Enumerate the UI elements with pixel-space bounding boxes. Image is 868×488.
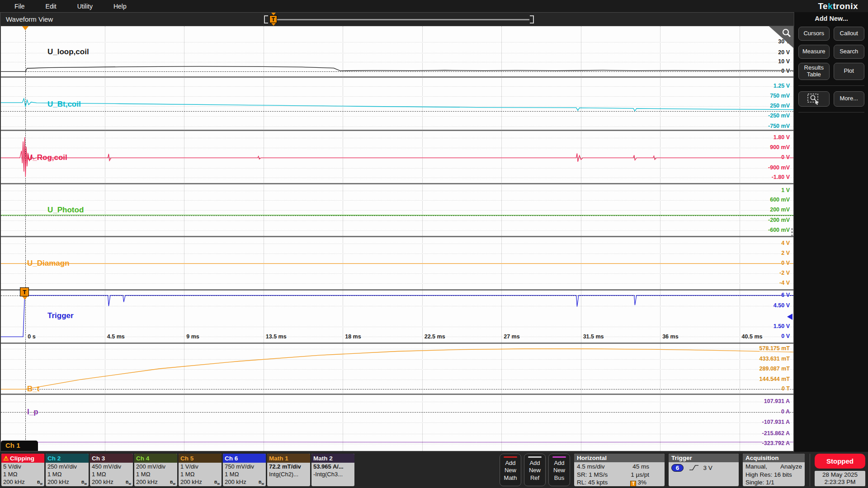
- sidebar-button-search[interactable]: Search: [834, 45, 865, 59]
- time-axis-label: 4.5 ms: [107, 333, 125, 340]
- add-new-math-button[interactable]: AddNewMath: [500, 454, 521, 486]
- warning-icon: ⚠: [3, 455, 9, 462]
- axis-label-c6: 4.50 V: [774, 302, 790, 309]
- axis-label-c3: 900 mV: [770, 144, 790, 150]
- rising-edge-icon: [689, 464, 699, 471]
- bandwidth-icon: Bw: [81, 479, 87, 486]
- axis-label-c2: -250 mV: [768, 113, 790, 119]
- settings-badge-ch6[interactable]: Ch 6750 mV/div1 MΩ200 kHzBw: [223, 454, 266, 486]
- waveform-plot-area[interactable]: 30 V20 V10 V0 VC 120 VU_loop,coil1.25 V7…: [0, 26, 794, 452]
- acquisition-overview-bar[interactable]: T: [264, 14, 534, 24]
- trigger-source-flag-icon[interactable]: T: [20, 287, 29, 296]
- time-axis-label: 36 ms: [662, 333, 678, 340]
- overview-left-bracket: [264, 15, 268, 23]
- horizontal-panel[interactable]: Horizontal 4.5 ms/div45 ms SR: 1 MS/s1 µ…: [574, 454, 665, 486]
- channel-label-c3[interactable]: U_Rog,coil: [27, 153, 67, 162]
- axis-label-c2: 750 mV: [770, 93, 790, 99]
- add-new-ref-button[interactable]: AddNewRef: [524, 454, 546, 486]
- sidebar-button-results-table[interactable]: Results Table: [798, 63, 830, 80]
- axis-label-m1: 578.175 mT: [760, 345, 790, 352]
- channel-label-c4[interactable]: U_Photod: [47, 206, 84, 215]
- settings-badge-ch1[interactable]: ⚠Clipping5 V/div1 MΩ200 kHzBw: [1, 454, 44, 486]
- settings-badge-row: 250 mV/div: [47, 463, 87, 470]
- menu-help[interactable]: Help: [107, 1, 133, 12]
- settings-badge-row: 53.965 A/...: [313, 463, 353, 470]
- channel-band-c2: 1.25 V750 mV250 mV-250 mV-750 mVC 2300 m…: [1, 78, 793, 131]
- sidebar-button-callout[interactable]: Callout: [834, 27, 865, 41]
- settings-badge-body: 72.2 mT/divIntg(Ch2)...: [267, 463, 310, 478]
- settings-badge-ch3[interactable]: Ch 3450 mV/div1 MΩ200 kHzBw: [90, 454, 133, 486]
- settings-badge-body: 750 mV/div1 MΩ200 kHzBw: [223, 463, 266, 486]
- acquisition-resolution: High Res: 16 bits: [745, 471, 802, 479]
- overview-record-line: [270, 19, 529, 20]
- menu-bar: FileEditUtilityHelp Tektronix: [0, 0, 868, 12]
- zoom-corner-flag[interactable]: [769, 26, 793, 48]
- axis-label-c6: 6 V: [781, 292, 790, 298]
- settings-badge-row: 72.2 mT/div: [269, 463, 308, 470]
- trace-c4: [1, 184, 793, 236]
- axis-label-c3: 0 V: [781, 155, 790, 161]
- bandwidth-icon: Bw: [214, 479, 220, 486]
- channel-label-c2[interactable]: U_Bt,coil: [47, 99, 81, 108]
- settings-badge-row: 1 MΩ: [92, 470, 131, 478]
- trigger-mini-icon: T: [630, 481, 636, 486]
- settings-badge-ch4[interactable]: Ch 4200 mV/div1 MΩ200 kHzBw: [134, 454, 177, 486]
- time-axis-label: 9 ms: [186, 333, 199, 340]
- settings-badge-row: 1 MΩ: [225, 470, 264, 478]
- settings-badge-ch5[interactable]: Ch 51 V/div1 MΩ200 kHzBw: [179, 454, 222, 486]
- axis-label-c4: 200 mV: [770, 207, 790, 213]
- axis-label-c4: 1 V: [781, 187, 790, 193]
- settings-badge-math1[interactable]: Math 172.2 mT/divIntg(Ch2)...: [267, 454, 310, 486]
- settings-badge-row: -Intg(Ch3...: [313, 470, 353, 478]
- trigger-panel[interactable]: Trigger 6 3 V: [669, 454, 739, 486]
- sidebar-button-measure[interactable]: Measure: [798, 45, 830, 59]
- trigger-position-arrow-icon[interactable]: [22, 26, 28, 30]
- channel-label-m2[interactable]: I_p: [27, 408, 38, 417]
- channel-label-c5[interactable]: U_Diamagn: [27, 259, 70, 268]
- settings-badge-row: 200 kHzBw: [180, 478, 220, 486]
- axis-label-c4: -600 mV: [768, 227, 790, 234]
- channel-label-c6[interactable]: Trigger: [47, 311, 74, 320]
- zoom-select-button[interactable]: [798, 91, 830, 107]
- menu-file[interactable]: File: [8, 1, 31, 12]
- axis-label-c3: -1.80 V: [772, 174, 790, 181]
- axis-label-c1: 10 V: [778, 58, 790, 65]
- axis-label-m2: -215.862 A: [762, 430, 790, 436]
- settings-badge-math2[interactable]: Math 253.965 A/...-Intg(Ch3...: [311, 454, 354, 486]
- panel-grab-handle[interactable]: [791, 227, 794, 238]
- channel-tab-ch1[interactable]: Ch 1: [1, 441, 38, 451]
- channel-label-c1[interactable]: U_loop,coil: [47, 47, 89, 56]
- acquisition-panel-title: Acquisition: [743, 454, 805, 462]
- settings-badge-ch2[interactable]: Ch 2250 mV/div1 MΩ200 kHzBw: [46, 454, 89, 486]
- channel-label-m1[interactable]: B_t: [27, 385, 39, 394]
- menu-utility[interactable]: Utility: [71, 1, 99, 12]
- channel-band-c3: 1.80 V900 mV0 V-900 mV-1.80 VC 3U_Rog,co…: [1, 131, 793, 184]
- zoom-select-icon: [807, 93, 821, 105]
- time-axis-label: 0 s: [28, 333, 35, 340]
- settings-badge-title: Ch 5: [180, 455, 193, 462]
- trigger-position-icon[interactable]: T: [269, 15, 277, 23]
- add-new-bus-button[interactable]: AddNewBus: [548, 454, 570, 486]
- settings-badge-header-ch4: Ch 4: [134, 454, 177, 463]
- trace-m1: [1, 344, 793, 394]
- sidebar-header: Add New...: [798, 15, 864, 22]
- accent-line: [504, 456, 517, 458]
- sidebar-button-plot[interactable]: Plot: [834, 63, 865, 80]
- menu-edit[interactable]: Edit: [39, 1, 63, 12]
- sidebar-button-cursors[interactable]: Cursors: [798, 27, 830, 41]
- tektronix-logo: Tektronix: [818, 1, 858, 11]
- bandwidth-icon: Bw: [170, 479, 175, 486]
- more-button[interactable]: More...: [834, 91, 865, 107]
- acquisition-panel[interactable]: Acquisition Manual,Analyze High Res: 16 …: [743, 454, 805, 486]
- settings-badge-row: 750 mV/div: [225, 463, 264, 470]
- settings-bar: ⚠Clipping5 V/div1 MΩ200 kHzBwCh 2250 mV/…: [0, 452, 868, 488]
- acquisition-analyze: Analyze: [780, 463, 802, 471]
- trigger-level-arrow-icon[interactable]: [787, 314, 793, 320]
- axis-label-c1: 0 V: [781, 68, 790, 75]
- axis-label-c3: -900 mV: [768, 164, 790, 171]
- trace-c5: [1, 237, 793, 289]
- acquisition-mode: Manual,: [745, 463, 767, 471]
- run-stop-button[interactable]: Stopped: [815, 454, 865, 469]
- settings-badge-header-ch6: Ch 6: [223, 454, 266, 463]
- time-axis-label: 22.5 ms: [425, 333, 445, 340]
